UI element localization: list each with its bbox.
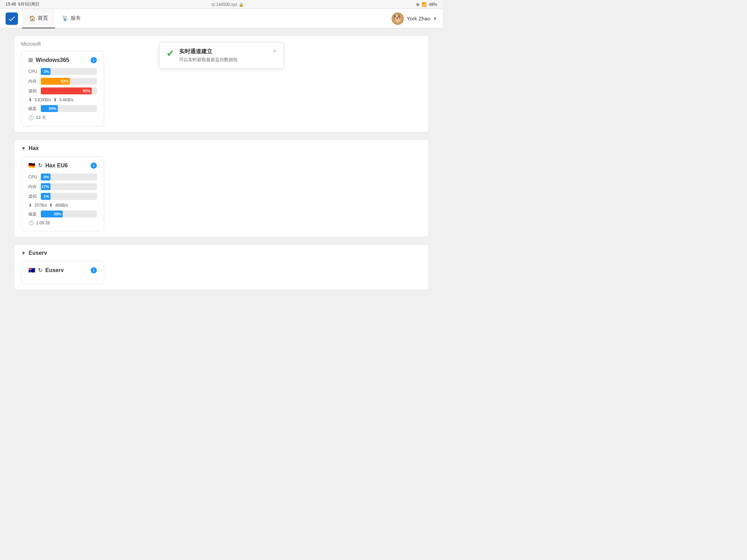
- os-icon-windows: ⊞: [28, 57, 33, 63]
- swap-bar-wrap: 91%: [41, 87, 97, 94]
- uptime-value: 13 天: [36, 115, 46, 121]
- cpu-bar-wrap: 3%: [41, 68, 97, 75]
- tab-service[interactable]: 📡 服务: [55, 9, 88, 28]
- toast-description: 可以实时获取最新监控数据啦: [179, 57, 268, 63]
- status-right: ⊕ 📶 48%: [416, 2, 437, 7]
- nav-tabs: 🏠 首页 📡 服务: [22, 9, 391, 28]
- status-url: tz.144500.xyz 🔒: [212, 2, 243, 7]
- memory-row-windows365: 内存 52%: [28, 78, 97, 85]
- avatar: 🐕: [391, 12, 404, 25]
- collapse-arrow-icon-euserv: ▼: [21, 250, 26, 256]
- disk-bar: 30%: [41, 105, 58, 112]
- provider-section-euserv: ▼ Euserv 🇦🇺 ↻ Euserv i: [14, 244, 429, 290]
- disk-row-windows365: 磁盘 30%: [28, 105, 97, 112]
- swap-row-hax: 虚拟 1%: [28, 193, 97, 200]
- swap-label: 虚拟: [28, 88, 38, 94]
- network-down-hax: 257B/s: [34, 203, 47, 208]
- info-button-hax-eu6[interactable]: i: [91, 162, 97, 169]
- disk-bar-hax: 39%: [41, 211, 63, 217]
- memory-bar: 52%: [41, 78, 70, 85]
- up-arrow-icon: ⬆: [53, 97, 57, 102]
- disk-row-hax: 磁盘 39%: [28, 211, 97, 217]
- toast-body: 实时通道建立 可以实时获取最新监控数据啦: [179, 48, 268, 63]
- network-up-hax: 489B/s: [55, 203, 68, 208]
- cpu-label-hax: CPU: [28, 175, 38, 179]
- service-icon: 📡: [62, 15, 68, 21]
- memory-bar-wrap-hax: 17%: [41, 183, 97, 190]
- app-logo: [6, 12, 18, 25]
- user-name: York Zhao: [407, 16, 430, 21]
- cpu-label: CPU: [28, 69, 38, 74]
- logo-icon: [8, 15, 16, 23]
- swap-bar-wrap-hax: 1%: [41, 193, 97, 200]
- disk-bar-wrap: 30%: [41, 105, 97, 112]
- memory-bar-hax: 17%: [41, 183, 50, 190]
- swap-row-windows365: 虚拟 91%: [28, 87, 97, 94]
- uptime-value-hax: 1:09:28: [36, 221, 50, 225]
- main-content: ✔ 实时通道建立 可以实时获取最新监控数据啦 × Microsoft ⊞ Win…: [0, 35, 443, 304]
- cpu-bar: 3%: [41, 68, 50, 75]
- memory-label: 内存: [28, 78, 38, 84]
- provider-name-euserv: Euserv: [29, 250, 47, 256]
- network-row-hax: ⬇ 257B/s ⬆ 489B/s: [28, 203, 97, 208]
- memory-label-hax: 内存: [28, 184, 38, 190]
- network-row-windows365: ⬇ 3.81KB/s ⬆ 3.4KB/s: [28, 97, 97, 102]
- clock-icon-hax: 🕐: [28, 220, 34, 225]
- top-nav: 🏠 首页 📡 服务 🐕 York Zhao ▼: [0, 9, 443, 28]
- status-bar: 15:48 6月5日周日 tz.144500.xyz 🔒 ⊕ 📶 48%: [0, 0, 443, 9]
- status-time-date: 15:48 6月5日周日: [6, 1, 39, 7]
- toast-notification: ✔ 实时通道建立 可以实时获取最新监控数据啦 ×: [159, 42, 284, 69]
- uptime-row-hax: 🕐 1:09:28: [28, 220, 97, 225]
- refresh-icon-euserv: ↻: [38, 267, 43, 273]
- down-icon-hax: ⬇: [28, 203, 32, 208]
- swap-label-hax: 虚拟: [28, 194, 38, 199]
- down-arrow-icon: ⬇: [28, 97, 32, 102]
- network-up: 3.4KB/s: [59, 97, 74, 102]
- disk-bar-wrap-hax: 39%: [41, 211, 97, 217]
- chevron-down-icon: ▼: [433, 16, 437, 21]
- uptime-row-windows365: 🕐 13 天: [28, 115, 97, 121]
- server-name-windows365: Windows365: [36, 57, 69, 63]
- cpu-bar-hax: 0%: [41, 174, 50, 180]
- server-card-hax-eu6: 🇩🇪 ↻ Hax EU6 i CPU 0% 内存 17%: [21, 156, 104, 231]
- server-title-windows365: ⊞ Windows365 i: [28, 57, 97, 63]
- toast-title: 实时通道建立: [179, 48, 268, 55]
- swap-bar: 91%: [41, 87, 92, 94]
- collapse-arrow-icon: ▼: [21, 146, 26, 151]
- provider-section-hax: ▼ Hax 🇩🇪 ↻ Hax EU6 i CPU 0% 内存: [14, 139, 429, 237]
- toast-check-icon: ✔: [166, 49, 174, 58]
- server-name-euserv: Euserv: [45, 267, 64, 273]
- server-name-hax-eu6: Hax EU6: [45, 162, 68, 169]
- tab-home[interactable]: 🏠 首页: [22, 9, 55, 28]
- euserv-section-toggle[interactable]: ▼ Euserv: [21, 250, 422, 256]
- toast-close-button[interactable]: ×: [273, 48, 276, 54]
- wifi-icon: 📶: [422, 2, 427, 7]
- flag-australia-icon: 🇦🇺: [28, 267, 35, 273]
- battery-indicator: 48%: [429, 2, 437, 7]
- refresh-icon: ↻: [38, 162, 43, 169]
- server-card-windows365: ⊞ Windows365 i CPU 3% 内存 52%: [21, 51, 104, 127]
- cpu-row-hax: CPU 0%: [28, 174, 97, 180]
- flag-germany-icon: 🇩🇪: [28, 162, 35, 169]
- server-title-hax-eu6: 🇩🇪 ↻ Hax EU6 i: [28, 162, 97, 169]
- network-down: 3.81KB/s: [34, 97, 51, 102]
- user-menu[interactable]: 🐕 York Zhao ▼: [391, 12, 437, 25]
- memory-bar-wrap: 52%: [41, 78, 97, 85]
- provider-name-hax: Hax: [29, 145, 39, 151]
- server-card-euserv: 🇦🇺 ↻ Euserv i: [21, 261, 104, 284]
- home-icon: 🏠: [29, 15, 36, 21]
- cpu-bar-wrap-hax: 0%: [41, 174, 97, 180]
- memory-row-hax: 内存 17%: [28, 183, 97, 190]
- disk-label: 磁盘: [28, 106, 38, 112]
- hax-section-toggle[interactable]: ▼ Hax: [21, 145, 422, 151]
- info-button-windows365[interactable]: i: [91, 57, 97, 63]
- location-icon: ⊕: [416, 2, 419, 7]
- up-icon-hax: ⬆: [49, 203, 53, 208]
- clock-icon: 🕐: [28, 115, 34, 120]
- info-button-euserv[interactable]: i: [91, 267, 97, 273]
- cpu-row-windows365: CPU 3%: [28, 68, 97, 75]
- disk-label-hax: 磁盘: [28, 211, 38, 217]
- swap-bar-hax: 1%: [41, 193, 50, 200]
- server-title-euserv: 🇦🇺 ↻ Euserv i: [28, 267, 97, 273]
